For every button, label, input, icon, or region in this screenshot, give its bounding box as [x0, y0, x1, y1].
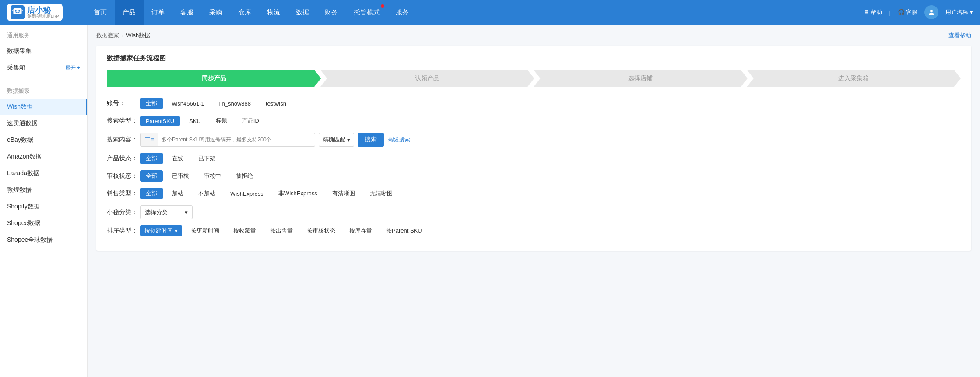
header: 店小秘 免费跨境电商ERP 首页 产品 订单 客服 采购 仓库 物流 数据 财务… [0, 0, 980, 25]
sidebar-section-2-title: 数据搬家 [0, 80, 87, 99]
expand-btn[interactable]: 展开 + [65, 64, 80, 72]
sort-type-row: 排序类型： 按创建时间 ▾ 按更新时间 按收藏量 按出售量 按审核状态 按库存量… [107, 225, 961, 236]
nav-item-home[interactable]: 首页 [86, 0, 115, 25]
user-avatar[interactable] [924, 5, 938, 19]
category-chevron-icon: ▾ [185, 209, 188, 216]
monitor-icon: 🖥 [864, 9, 869, 15]
header-right: 🖥 帮助 | 🎧 客服 用户名称 ▾ [864, 5, 973, 19]
help-link-breadcrumb[interactable]: 查看帮助 [948, 32, 971, 39]
nav-item-logistics[interactable]: 物流 [259, 0, 288, 25]
sales-hd[interactable]: 有清晰图 [327, 188, 361, 199]
review-status-options: 全部 已审核 审核中 被拒绝 [140, 170, 259, 182]
review-all[interactable]: 全部 [140, 170, 163, 182]
main-layout: 通用服务 数据采集 采集箱 展开 + 数据搬家 Wish数据 速卖通数据 eBa… [0, 25, 980, 377]
sidebar-item-collect-box[interactable]: 采集箱 展开 + [0, 60, 87, 76]
sidebar-item-shopify[interactable]: Shopify数据 [0, 198, 87, 215]
sidebar-item-shopee[interactable]: Shopee数据 [0, 215, 87, 232]
sidebar-divider [0, 78, 87, 78]
nav-item-product[interactable]: 产品 [115, 0, 144, 25]
sort-by-review[interactable]: 按审核状态 [302, 225, 341, 236]
nav-item-warehouse[interactable]: 仓库 [230, 0, 259, 25]
svg-rect-1 [13, 8, 21, 14]
nav-menu: 首页 产品 订单 客服 采购 仓库 物流 数据 财务 托管模式 服务 [86, 0, 864, 25]
sidebar-item-shopee-global[interactable]: Shopee全球数据 [0, 232, 87, 248]
sales-wishexpress[interactable]: WishExpress [225, 189, 269, 199]
logo-icon [11, 5, 25, 19]
search-type-productid[interactable]: 产品ID [236, 115, 265, 127]
sidebar-section-1-title: 通用服务 [0, 25, 87, 43]
workflow-title: 数据搬家任务流程图 [107, 54, 961, 63]
nav-item-services[interactable]: 服务 [388, 0, 417, 25]
svg-rect-6 [12, 10, 13, 11]
sales-type-row: 销售类型： 全部 加站 不加站 WishExpress 非WishExpress… [107, 188, 961, 199]
sort-by-update-time[interactable]: 按更新时间 [186, 225, 225, 236]
category-row: 小秘分类： 选择分类 ▾ [107, 205, 961, 219]
advanced-search-link[interactable]: 高级搜索 [387, 136, 410, 144]
match-select[interactable]: 精确匹配 ▾ [319, 133, 354, 147]
sort-by-stock[interactable]: 按库存量 [344, 225, 377, 236]
search-type-title[interactable]: 标题 [210, 115, 233, 127]
breadcrumb-current: Wish数据 [126, 32, 150, 39]
logo-sub: 免费跨境电商ERP [27, 14, 59, 18]
nav-item-purchase[interactable]: 采购 [201, 0, 230, 25]
sidebar-item-wish[interactable]: Wish数据 [0, 99, 87, 115]
category-select[interactable]: 选择分类 ▾ [140, 205, 193, 219]
workflow-step-4: 进入采集箱 [747, 70, 961, 87]
customer-service-link[interactable]: 🎧 客服 [898, 8, 918, 16]
search-input[interactable] [158, 137, 315, 143]
sales-nonwishexpress[interactable]: 非WishExpress [273, 188, 323, 199]
review-pending[interactable]: 审核中 [198, 170, 227, 182]
breadcrumb-sep: › [122, 32, 123, 39]
status-all[interactable]: 全部 [140, 153, 163, 164]
review-approved[interactable]: 已审核 [166, 170, 195, 182]
sort-by-parentsku[interactable]: 按Parent SKU [381, 225, 427, 236]
sidebar-item-dunhuang[interactable]: 敦煌数据 [0, 182, 87, 198]
status-offline[interactable]: 已下架 [193, 153, 221, 164]
logo-box: 店小秘 免费跨境电商ERP [7, 4, 63, 21]
sidebar-item-data-collect[interactable]: 数据采集 [0, 43, 87, 60]
sales-all[interactable]: 全部 [140, 188, 163, 199]
sidebar-item-lazada[interactable]: Lazada数据 [0, 165, 87, 182]
sidebar-item-aliexpress[interactable]: 速卖通数据 [0, 115, 87, 132]
search-type-parentsku[interactable]: ParentSKU [140, 116, 180, 126]
nav-item-service[interactable]: 客服 [172, 0, 201, 25]
review-status-label: 审核状态： [107, 172, 140, 180]
account-all[interactable]: 全部 [140, 98, 163, 109]
username[interactable]: 用户名称 ▾ [945, 8, 973, 16]
nav-item-data[interactable]: 数据 [288, 0, 317, 25]
nav-item-finance[interactable]: 财务 [317, 0, 346, 25]
workflow-step-2: 认领产品 [320, 70, 534, 87]
sidebar-item-ebay[interactable]: eBay数据 [0, 132, 87, 148]
svg-rect-4 [17, 14, 19, 16]
sales-plus[interactable]: 加站 [166, 188, 189, 199]
nav-item-order[interactable]: 订单 [144, 0, 172, 25]
sort-by-create-time[interactable]: 按创建时间 ▾ [140, 225, 182, 236]
help-link[interactable]: 🖥 帮助 [864, 8, 882, 16]
workflow-step-1: 同步产品 [107, 70, 321, 87]
sales-type-options: 全部 加站 不加站 WishExpress 非WishExpress 有清晰图 … [140, 188, 398, 199]
search-type-sku[interactable]: SKU [183, 116, 207, 126]
sort-type-label: 排序类型： [107, 227, 140, 235]
svg-point-8 [930, 10, 933, 12]
product-status-label: 产品状态： [107, 155, 140, 162]
sort-by-favorites[interactable]: 按收藏量 [228, 225, 261, 236]
review-rejected[interactable]: 被拒绝 [230, 170, 259, 182]
account-filter-row: 账号： 全部 wish45661-1 lin_show888 testwish [107, 98, 961, 109]
account-testwish[interactable]: testwish [260, 99, 292, 109]
status-online[interactable]: 在线 [166, 153, 189, 164]
search-type-row: 搜索类型： ParentSKU SKU 标题 产品ID [107, 115, 961, 127]
breadcrumb-parent[interactable]: 数据搬家 [96, 32, 119, 39]
search-input-box: ≡ [140, 133, 315, 147]
sort-by-sales[interactable]: 按出售量 [265, 225, 298, 236]
sales-nohd[interactable]: 无清晰图 [364, 188, 398, 199]
search-button[interactable]: 搜索 [358, 133, 384, 147]
account-wish1[interactable]: wish45661-1 [166, 99, 210, 109]
sort-dropdown-icon: ▾ [175, 228, 178, 234]
search-icon-btn[interactable]: ≡ [141, 133, 158, 146]
headset-icon: 🎧 [898, 9, 905, 15]
account-lin[interactable]: lin_show888 [214, 99, 256, 109]
sidebar-item-amazon[interactable]: Amazon数据 [0, 148, 87, 165]
sales-noplus[interactable]: 不加站 [193, 188, 221, 199]
review-status-row: 审核状态： 全部 已审核 审核中 被拒绝 [107, 170, 961, 182]
nav-item-managed[interactable]: 托管模式 [346, 0, 388, 25]
